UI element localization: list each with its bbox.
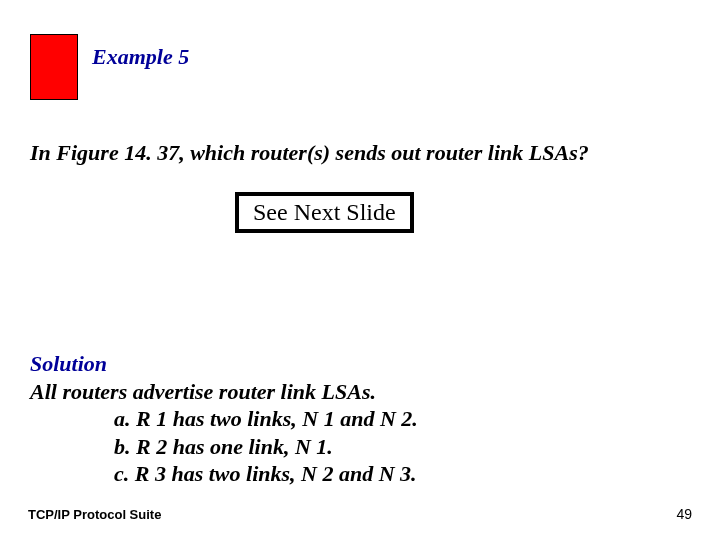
solution-item-c: c. R 3 has two links, N 2 and N 3. [30,460,418,488]
footer-source: TCP/IP Protocol Suite [28,507,161,522]
solution-item-b: b. R 2 has one link, N 1. [30,433,418,461]
accent-box [30,34,78,100]
question-text: In Figure 14. 37, which router(s) sends … [30,140,589,166]
solution-block: Solution All routers advertise router li… [30,350,418,488]
solution-line-1: All routers advertise router link LSAs. [30,378,418,406]
see-next-slide-box: See Next Slide [235,192,414,233]
slide-title: Example 5 [92,44,189,70]
page-number: 49 [676,506,692,522]
solution-label: Solution [30,350,418,378]
solution-item-a: a. R 1 has two links, N 1 and N 2. [30,405,418,433]
